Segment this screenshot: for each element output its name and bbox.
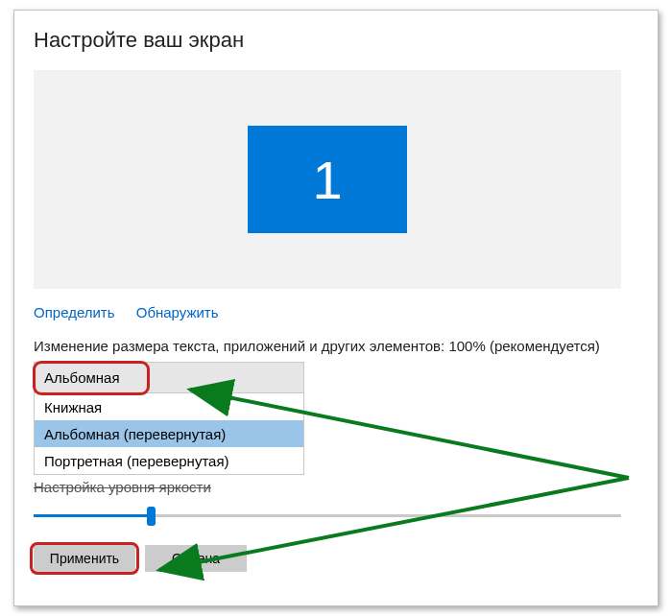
orientation-dropdown[interactable]: Альбомная Книжная Альбомная (перевернута… [34, 362, 304, 475]
orientation-option[interactable]: Портретная (перевернутая) [35, 447, 303, 474]
detect-link[interactable]: Обнаружить [136, 304, 219, 320]
orientation-option[interactable]: Альбомная (перевернутая) [35, 420, 303, 447]
scale-label: Изменение размера текста, приложений и д… [34, 338, 638, 354]
page-title: Настройте ваш экран [34, 28, 638, 53]
monitor-number: 1 [312, 149, 342, 211]
orientation-selected-label: Альбомная [44, 369, 120, 386]
display-preview-area: 1 [34, 70, 621, 289]
slider-thumb[interactable] [147, 507, 156, 526]
button-row: Применить Отмена [34, 545, 638, 572]
apply-button[interactable]: Применить [34, 545, 135, 572]
detect-links-row: Определить Обнаружить [34, 304, 638, 320]
identify-link[interactable]: Определить [34, 304, 115, 320]
brightness-label: Настройка уровня яркости [34, 479, 638, 495]
orientation-option[interactable]: Книжная [35, 393, 303, 420]
cancel-button[interactable]: Отмена [145, 545, 247, 572]
display-settings-panel: Настройте ваш экран 1 Определить Обнаруж… [13, 10, 659, 606]
orientation-selected[interactable]: Альбомная [35, 363, 303, 393]
brightness-slider[interactable] [34, 505, 621, 528]
slider-fill [34, 514, 153, 517]
monitor-tile[interactable]: 1 [248, 126, 407, 233]
